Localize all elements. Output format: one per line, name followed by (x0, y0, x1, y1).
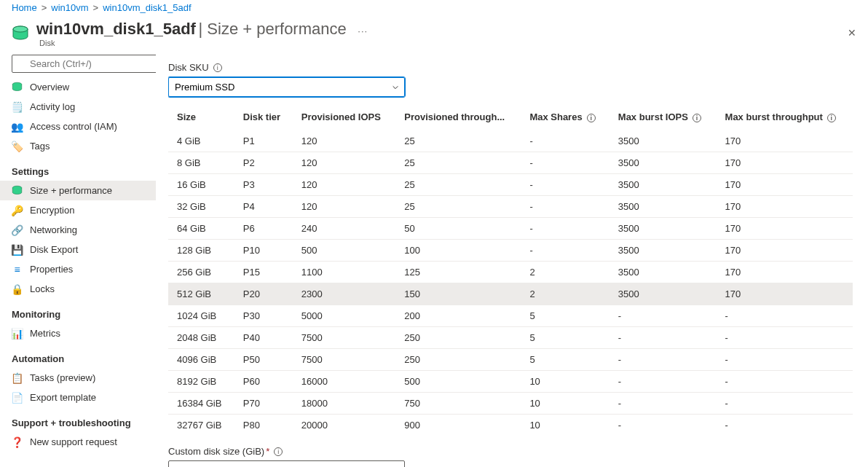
sidebar-item-label: Size + performance (30, 185, 112, 196)
sidebar-item[interactable]: Overview (0, 77, 156, 97)
breadcrumb-item[interactable]: Home (12, 2, 37, 13)
table-row[interactable]: 2048 GiBP4075002505-- (168, 327, 853, 349)
table-cell: 50 (395, 218, 521, 240)
table-cell: - (609, 327, 717, 349)
table-row[interactable]: 8 GiBP212025-3500170 (168, 152, 853, 174)
table-row[interactable]: 4 GiBP112025-3500170 (168, 130, 853, 152)
required-asterisk: * (266, 446, 269, 457)
sidebar-item[interactable]: ≡Properties (0, 259, 156, 279)
table-cell: 170 (717, 174, 853, 196)
table-row[interactable]: 256 GiBP15110012523500170 (168, 262, 853, 283)
table-cell: 64 GiB (168, 218, 234, 240)
table-cell: 3500 (609, 174, 717, 196)
column-header[interactable]: Size (168, 104, 234, 130)
search-input[interactable] (12, 55, 157, 73)
activity-log-icon: 🗒️ (12, 101, 23, 112)
main-content: Disk SKU i Premium SSD SizeDisk tierProv… (157, 52, 868, 467)
table-cell: 170 (717, 152, 853, 174)
sidebar-item[interactable]: ❓New support request (0, 432, 156, 452)
table-row[interactable]: 32 GiBP412025-3500170 (168, 196, 853, 218)
sidebar-item[interactable]: 📋Tasks (preview) (0, 368, 156, 388)
breadcrumb-item[interactable]: win10vm (51, 2, 88, 13)
table-row[interactable]: 1024 GiBP3050002005-- (168, 305, 853, 327)
table-cell: 20000 (293, 415, 395, 436)
table-cell: 7500 (293, 349, 395, 371)
breadcrumb-item[interactable]: win10vm_disk1_5adf (103, 2, 191, 13)
sidebar-section-title: Settings (0, 156, 156, 181)
info-icon[interactable]: i (587, 114, 596, 122)
table-cell: - (717, 349, 853, 371)
sidebar-item-label: Networking (30, 224, 77, 235)
sidebar-item[interactable]: 🔒Locks (0, 279, 156, 299)
column-header[interactable]: Provisioned IOPS (293, 104, 395, 130)
sidebar-item[interactable]: 📊Metrics (0, 323, 156, 343)
table-row[interactable]: 512 GiBP20230015023500170 (168, 283, 853, 305)
sidebar-item-label: Metrics (30, 328, 60, 339)
metrics-icon: 📊 (12, 328, 23, 339)
table-cell: 25 (395, 174, 521, 196)
custom-size-label-row: Custom disk size (GiB) * i (168, 446, 856, 457)
table-cell: - (717, 371, 853, 393)
table-row[interactable]: 16 GiBP312025-3500170 (168, 174, 853, 196)
table-cell: - (609, 393, 717, 415)
info-icon[interactable]: i (827, 114, 836, 122)
table-cell: 4096 GiB (168, 349, 234, 371)
disk-export-icon: 💾 (12, 244, 23, 255)
sidebar-item[interactable]: 💾Disk Export (0, 240, 156, 259)
table-row[interactable]: 128 GiBP10500100-3500170 (168, 240, 853, 262)
sidebar-item-label: New support request (30, 436, 117, 447)
table-cell: - (609, 305, 717, 327)
close-button[interactable]: ✕ (848, 27, 856, 39)
disk-sku-select[interactable]: Premium SSD (168, 77, 405, 97)
sidebar-item[interactable]: 🔑Encryption (0, 200, 156, 220)
table-cell: - (521, 218, 609, 240)
table-cell: 4 GiB (168, 130, 234, 152)
table-cell: 120 (293, 130, 395, 152)
table-cell: 200 (395, 305, 521, 327)
sidebar-item-label: Tasks (preview) (30, 372, 95, 383)
sidebar-item[interactable]: 📄Export template (0, 388, 156, 407)
sidebar-item[interactable]: Size + performance (0, 181, 156, 200)
table-cell: 2300 (293, 283, 395, 305)
table-cell: - (521, 130, 609, 152)
table-row[interactable]: 8192 GiBP601600050010-- (168, 371, 853, 393)
table-cell: 170 (717, 130, 853, 152)
page-title: win10vm_disk1_5adf (36, 20, 196, 38)
table-cell: 120 (293, 174, 395, 196)
custom-size-input[interactable] (168, 460, 405, 467)
info-icon[interactable]: i (693, 114, 701, 122)
table-cell: 25 (395, 130, 521, 152)
info-icon[interactable]: i (213, 63, 222, 72)
table-cell: 170 (717, 283, 853, 305)
info-icon[interactable]: i (274, 447, 283, 456)
sidebar-item[interactable]: 👥Access control (IAM) (0, 117, 156, 136)
table-cell: 1024 GiB (168, 305, 234, 327)
table-cell: - (717, 305, 853, 327)
table-row[interactable]: 32767 GiBP802000090010-- (168, 415, 853, 436)
table-cell: 250 (395, 327, 521, 349)
sidebar-item[interactable]: 🗒️Activity log (0, 97, 156, 117)
table-cell: 2 (521, 262, 609, 283)
table-cell: 512 GiB (168, 283, 234, 305)
sidebar-item[interactable]: 🏷️Tags (0, 136, 156, 156)
sidebar-item[interactable]: 🔗Networking (0, 220, 156, 240)
more-button[interactable]: ··· (358, 25, 368, 36)
table-cell: 25 (395, 152, 521, 174)
table-cell: 8192 GiB (168, 371, 234, 393)
column-header[interactable]: Max burst IOPSi (609, 104, 717, 130)
table-row[interactable]: 16384 GiBP701800075010-- (168, 393, 853, 415)
table-row[interactable]: 4096 GiBP5075002505-- (168, 349, 853, 371)
table-cell: 120 (293, 152, 395, 174)
column-header[interactable]: Max Sharesi (521, 104, 609, 130)
column-header[interactable]: Disk tier (234, 104, 293, 130)
table-cell: - (609, 371, 717, 393)
column-header[interactable]: Max burst throughputi (717, 104, 853, 130)
table-cell: - (521, 152, 609, 174)
table-cell: 5 (521, 305, 609, 327)
locks-icon: 🔒 (12, 283, 23, 294)
column-header[interactable]: Provisioned through... (395, 104, 521, 130)
table-cell: P70 (234, 393, 293, 415)
disk-sku-label: Disk SKU (168, 62, 209, 73)
table-cell: - (521, 240, 609, 262)
table-row[interactable]: 64 GiBP624050-3500170 (168, 218, 853, 240)
